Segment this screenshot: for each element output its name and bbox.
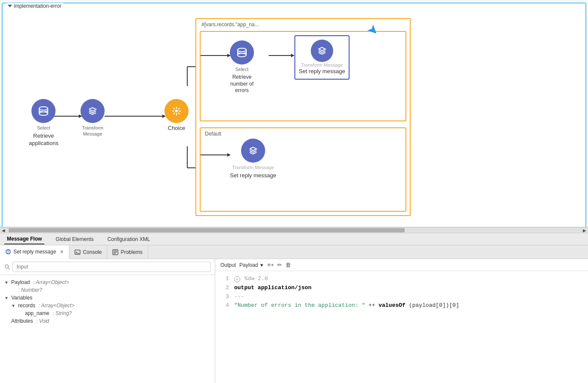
flow-canvas: implementation-error [0,0,588,227]
node-label-transform2: Transform Message [301,62,343,68]
line-num-2: 2 [220,284,229,293]
svg-line-44 [8,268,10,269]
bottom-panel: Set reply message ✕ Console Problems [0,245,588,383]
node-label-transform1: TransformMessage [82,125,103,137]
code-line-4: 4 "Number of errors in the application: … [220,301,583,310]
choice-outer-box: #[vars.records."app_na... Select [195,18,411,216]
panel-tab-label-set-reply: Set reply message [13,249,56,255]
transform-icon2 [316,45,328,57]
tree-area: ▼ Payload : Array<Object> : Number? ▼ Va… [0,275,215,383]
node-label-transform3: Transform Message [232,164,274,170]
node-name-choice: Choice [168,125,185,132]
code-line-3: 3 --- [220,293,583,302]
svg-line-24 [178,108,179,109]
node-name-transform2: Set reply message [299,68,345,75]
code-main-expression: "Number of errors in the application: " … [234,301,459,310]
tab-message-flow[interactable]: Message Flow [4,234,44,244]
panel-tab-label-problems: Problems [121,249,142,255]
tree-type-attributes: : Void [35,318,50,324]
tree-arrow-variables[interactable]: ▼ [4,296,9,300]
impl-label-text: implementation-error [14,3,62,9]
line-circle-icon: ◎ [234,276,240,282]
svg-point-29 [238,53,246,57]
delete-icon[interactable]: 🗑 [285,262,291,268]
database-icon2 [236,46,248,59]
console-tab-icon [74,249,80,255]
tab-configuration-xml[interactable]: Configuration XML [105,235,152,244]
panel-tab-close[interactable]: ✕ [60,249,64,255]
expand-icon[interactable] [8,5,12,7]
svg-point-36 [6,249,11,254]
code-output: output application/json [234,284,311,293]
panel-tab-console[interactable]: Console [69,245,107,259]
node-transform1[interactable]: TransformMessage [80,99,105,137]
svg-marker-31 [291,54,294,57]
node-circle-transform3 [241,139,265,163]
line-num-4: 4 [220,301,229,310]
node-label-select2: Select [235,66,249,72]
line-num-3: 3 [220,293,229,302]
code-string-part: "Number of errors in the application: " [234,302,365,309]
code-line-1: 1 ◎ %dw 2.0 [220,275,583,284]
code-line-2: 2 output application/json [220,284,583,293]
node-choice[interactable]: Choice [164,99,189,132]
impl-label: implementation-error [6,3,63,9]
node-select1[interactable]: Select Retrieveapplications [29,99,59,147]
tree-label-payload: Payload [11,279,30,285]
tree-arrow-records[interactable]: ▼ [11,303,16,308]
panel-tabs: Set reply message ✕ Console Problems [0,245,588,259]
tree-arrow-payload[interactable]: ▼ [4,280,9,285]
edit-icon[interactable]: ✏ [277,262,282,268]
node-label-select1: Select [37,125,50,131]
svg-line-23 [178,113,179,114]
tree-item-variables[interactable]: ▼ Variables [4,294,210,302]
tree-label-appname: app_name [25,310,50,316]
add-column-icon[interactable]: ≡+ [267,262,274,268]
tabs-row: Message Flow Global Elements Configurati… [0,233,588,245]
canvas-scrollbar: ◀ ▶ [0,227,588,233]
output-toolbar: Output Payload ▼ ≡+ ✏ 🗑 [215,259,588,271]
code-dw-version: %dw 2.0 [244,275,268,282]
default-box: Default Transform Message Set reply mess… [200,127,406,212]
tree-type-appname: : String? [51,310,72,316]
canvas-area: implementation-error [0,0,588,227]
panel-tab-problems[interactable]: Problems [107,245,148,259]
tree-type-payload: : Array<Object> [31,279,69,285]
condition-upper-box: Select Retrievenumber oferrors [200,31,406,121]
tree-item-payload[interactable]: ▼ Payload : Array<Object> [4,278,210,286]
svg-point-15 [39,112,48,115]
code-concat-op: ++ [368,302,378,309]
database-icon [37,105,50,117]
default-label: Default [205,131,221,137]
line-content-1: ◎ %dw 2.0 [234,275,268,284]
problems-tab-icon [112,249,118,255]
search-input[interactable] [12,262,210,272]
tree-label-records: records [18,303,35,309]
tab-global-elements[interactable]: Global Elements [53,235,96,244]
condition-label: #[vars.records."app_na... [200,22,261,28]
node-circle-transform1 [80,99,105,123]
output-type-dropdown[interactable]: Payload ▼ [239,262,264,268]
panel-content: ▼ Payload : Array<Object> : Number? ▼ Va… [0,259,588,383]
node-circle-select2 [230,40,254,65]
scrollbar-thumb[interactable] [9,228,405,232]
output-type-text: Payload [239,262,258,268]
svg-line-22 [173,108,175,109]
node-select2[interactable]: Select Retrievenumber oferrors [230,40,254,94]
panel-tab-label-console: Console [83,249,102,255]
dropdown-arrow-icon[interactable]: ▼ [259,263,264,268]
node-name-select1: Retrieveapplications [29,133,59,147]
transform-tab-icon [5,249,11,255]
node-transform3[interactable]: Transform Message Set reply message [230,139,276,179]
output-panel: Output Payload ▼ ≡+ ✏ 🗑 1 ◎ %dw 2.0 [215,259,588,383]
panel-tab-set-reply[interactable]: Set reply message ✕ [0,245,69,259]
choice-icon [170,105,183,117]
code-area: 1 ◎ %dw 2.0 2 output application/json 3 … [215,271,588,383]
node-transform2-box[interactable]: Transform Message Set reply message [294,35,350,80]
code-valuesof: valuesOf [378,302,405,309]
input-search-bar [0,259,215,275]
scroll-left-arrow[interactable]: ◀ [2,228,5,233]
tree-item-records[interactable]: ▼ records : Array<Object> [11,302,210,309]
tree-label-attributes: Attributes [11,318,33,324]
scroll-right-arrow[interactable]: ▶ [583,228,586,233]
